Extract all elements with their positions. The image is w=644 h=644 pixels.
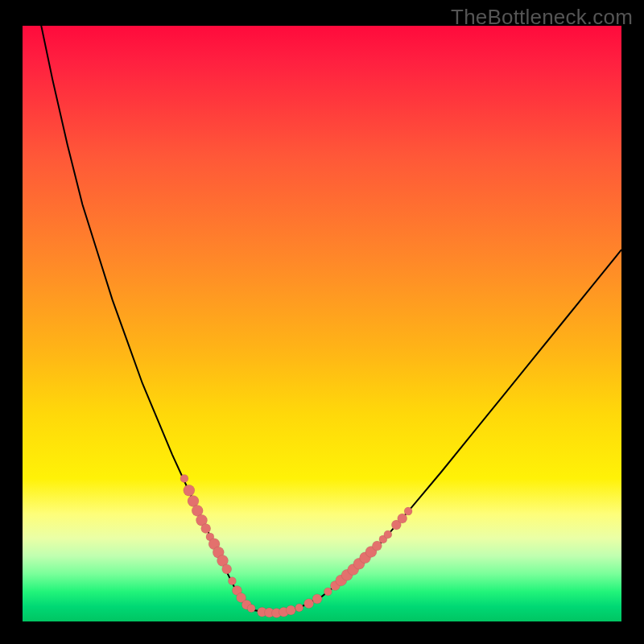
marker-dot	[180, 474, 188, 482]
chart-frame: TheBottleneck.com	[0, 0, 644, 644]
plot-overlay	[23, 26, 621, 621]
bottleneck-curve	[23, 26, 621, 613]
marker-dot	[312, 594, 322, 604]
marker-dot	[398, 514, 407, 523]
marker-group	[180, 474, 412, 617]
marker-dot	[304, 599, 314, 609]
marker-dot	[247, 605, 255, 613]
marker-dot	[286, 605, 295, 615]
marker-dot	[384, 530, 392, 539]
plot-area	[23, 26, 621, 621]
marker-dot	[222, 564, 232, 574]
marker-dot	[404, 507, 412, 515]
marker-dot	[184, 485, 195, 496]
marker-dot	[324, 588, 332, 596]
marker-dot	[201, 524, 211, 534]
marker-dot	[228, 577, 236, 585]
marker-dot	[295, 604, 303, 612]
